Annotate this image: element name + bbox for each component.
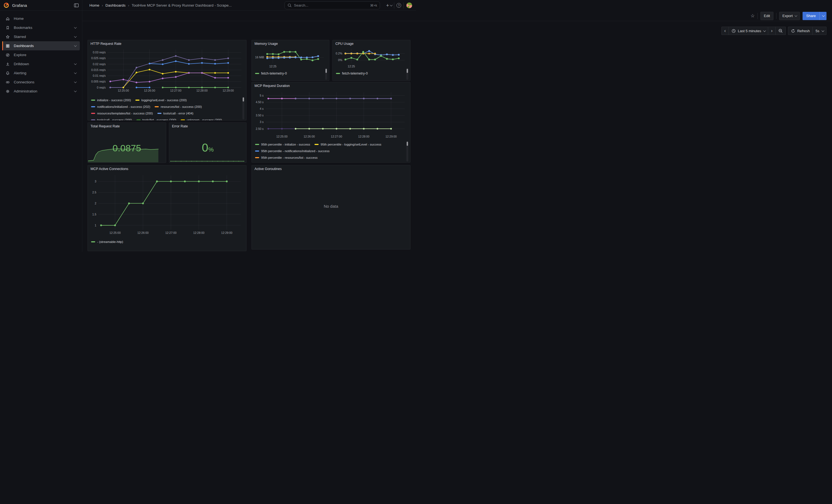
legend-item[interactable]: 95th percentile - logging/setLevel - suc… <box>314 143 381 146</box>
legend-item[interactable]: tools/list - success (200) <box>136 118 176 120</box>
svg-text:12:27:00: 12:27:00 <box>165 231 177 234</box>
legend-item[interactable]: resources/list - success (200) <box>155 105 202 108</box>
legend-item[interactable]: 95th percentile - resources/list - succe… <box>255 156 317 159</box>
new-menu-button[interactable]: + <box>384 3 394 8</box>
svg-text:3 s: 3 s <box>260 120 264 124</box>
svg-text:12:27:00: 12:27:00 <box>331 135 342 138</box>
legend-item[interactable]: fetch-telemetry-0 <box>255 72 287 75</box>
legend-swatch <box>91 106 95 107</box>
svg-text:12:26:00: 12:26:00 <box>144 89 155 92</box>
breadcrumb-dashboards[interactable]: Dashboards <box>105 3 126 7</box>
legend-item[interactable]: tools/call - error (404) <box>157 112 193 115</box>
panel-title[interactable]: MCP Request Duration <box>252 82 410 88</box>
svg-text:0.02 req/s: 0.02 req/s <box>93 62 106 66</box>
panel-error-rate: Error Rate 0% <box>169 123 246 163</box>
sidebar-item-label: Explore <box>14 53 77 57</box>
sidebar-item-dashboards[interactable]: Dashboards <box>2 41 80 50</box>
star-icon <box>5 35 10 39</box>
svg-text:12:28:00: 12:28:00 <box>197 89 208 92</box>
panel-title[interactable]: Error Rate <box>169 123 246 128</box>
sidebar-item-connections[interactable]: Connections <box>2 78 80 87</box>
svg-text:0.03 req/s: 0.03 req/s <box>93 51 106 54</box>
search-shortcut: ⌘+k <box>370 4 377 7</box>
sidebar-item-bookmarks[interactable]: Bookmarks <box>2 23 80 32</box>
mcp-active-connections-chart: 32.521.5112:25:0012:26:0012:27:0012:28:0… <box>89 173 244 237</box>
sidebar-item-administration[interactable]: Administration <box>2 87 80 96</box>
sidebar-item-label: Administration <box>14 89 70 93</box>
gear-icon <box>5 89 10 94</box>
legend-label: - (streamable-http) <box>97 240 123 243</box>
svg-text:0.025 req/s: 0.025 req/s <box>91 56 106 60</box>
no-data-message: No data <box>252 204 410 209</box>
svg-text:12:25:00: 12:25:00 <box>109 231 121 234</box>
chart-svg: 32.521.5112:25:0012:26:0012:27:0012:28:0… <box>89 173 244 237</box>
legend-swatch <box>336 73 340 74</box>
dashboard-toolbar: ☆ Edit Export Share <box>82 11 416 21</box>
panel-active-goroutines: Active Goroutines No data <box>252 165 411 249</box>
search-input[interactable]: Search... ⌘+k <box>285 1 380 9</box>
legend-label: 95th percentile - logging/setLevel - suc… <box>320 143 381 146</box>
panel-title[interactable]: Active Goroutines <box>252 165 410 171</box>
memory-usage-chart: 16 MiB12:25 <box>253 47 327 68</box>
panel-http-request-rate: HTTP Request Rate 0.03 req/s0.025 req/s0… <box>87 40 246 121</box>
legend-label: initialize - success (200) <box>97 99 131 102</box>
legend-label: fetch-telemetry-0 <box>261 72 287 75</box>
search-placeholder: Search... <box>294 3 368 7</box>
panel-title[interactable]: Total Request Rate <box>88 123 166 128</box>
svg-text:4 s: 4 s <box>260 107 264 110</box>
legend-item[interactable]: fetch-telemetry-0 <box>336 72 368 75</box>
legend-scrollbar[interactable] <box>325 68 327 80</box>
legend-item[interactable]: tools/call - success (200) <box>91 118 132 120</box>
grafana-logo-icon[interactable] <box>3 2 9 8</box>
sidebar-item-alerting[interactable]: Alerting <box>2 69 80 78</box>
legend-item[interactable]: 95th percentile - initialize - success <box>255 143 310 146</box>
legend-scrollbar[interactable] <box>406 141 408 161</box>
sidebar-item-explore[interactable]: Explore <box>2 50 80 59</box>
legend-item[interactable]: 95th percentile - notifications/initiali… <box>255 150 330 153</box>
sidebar-item-starred[interactable]: Starred <box>2 32 80 41</box>
panel-mcp-request-duration: MCP Request Duration 5 s4.50 s4 s3.50 s3… <box>252 82 411 163</box>
legend-item[interactable]: initialize - success (200) <box>91 99 131 102</box>
svg-text:1: 1 <box>95 224 96 227</box>
top-nav: Grafana Home › Dashboards › ToolHive MCP… <box>0 0 416 11</box>
legend-item[interactable]: - (streamable-http) <box>91 240 123 243</box>
legend-scrollbar[interactable] <box>406 68 408 80</box>
panel-title[interactable]: HTTP Request Rate <box>88 40 246 46</box>
svg-text:12:28:00: 12:28:00 <box>358 135 369 138</box>
svg-text:12:28:00: 12:28:00 <box>193 231 204 234</box>
help-button[interactable]: ? <box>394 3 404 8</box>
sidebar-item-home[interactable]: Home <box>2 14 80 23</box>
sidebar-item-label: Connections <box>14 80 70 84</box>
sidebar-item-label: Bookmarks <box>14 26 70 30</box>
http-request-rate-chart: 0.03 req/s0.025 req/s0.02 req/s0.015 req… <box>89 47 244 95</box>
legend-label: 95th percentile - initialize - success <box>261 143 310 146</box>
nav-brand-area: Grafana <box>0 0 82 10</box>
legend-item[interactable]: logging/setLevel - success (200) <box>135 99 187 102</box>
sidebar-item-drilldown[interactable]: Drilldown <box>2 59 80 69</box>
legend-scrollbar[interactable] <box>242 97 244 120</box>
svg-text:0%: 0% <box>338 58 342 62</box>
legend-item[interactable]: unknown - success (200) <box>181 118 222 120</box>
chart-svg: 16 MiB12:25 <box>253 47 327 68</box>
breadcrumb-home[interactable]: Home <box>89 3 99 7</box>
chart-svg: 5 s4.50 s4 s3.50 s3 s2.50 s12:25:0012:26… <box>253 89 409 140</box>
legend-item[interactable]: resources/templates/list - success (200) <box>91 112 153 115</box>
drilldown-icon <box>5 62 10 66</box>
active-connections-legend: - (streamable-http) <box>91 239 241 247</box>
panel-total-request-rate: Total Request Rate 0.0875 <box>87 123 166 163</box>
panel-title[interactable]: CPU Usage <box>333 40 410 46</box>
panel-title[interactable]: Memory Usage <box>252 40 329 46</box>
legend-swatch <box>155 106 159 107</box>
brand-title: Grafana <box>12 3 27 8</box>
legend-label: tools/call - error (404) <box>163 112 193 115</box>
svg-text:5 s: 5 s <box>260 94 264 97</box>
legend-swatch <box>136 120 140 120</box>
legend-item[interactable]: notifications/initialized - success (202… <box>91 105 150 108</box>
dock-sidebar-icon[interactable] <box>74 3 79 7</box>
chart-svg <box>170 158 246 162</box>
panel-title[interactable]: MCP Active Connections <box>88 165 246 171</box>
bookmark-icon <box>5 26 10 30</box>
avatar[interactable] <box>406 2 412 8</box>
legend-swatch <box>255 151 259 152</box>
legend-swatch <box>157 113 161 114</box>
